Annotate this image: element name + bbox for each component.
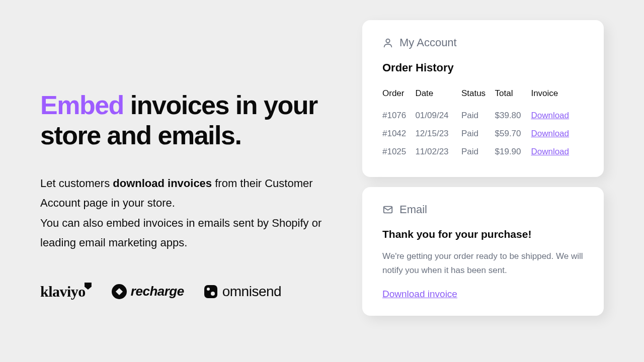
email-card: Email Thank you for your purchase! We're… bbox=[362, 187, 604, 316]
body-text: Let customers download invoices from the… bbox=[40, 173, 342, 253]
download-link[interactable]: Download bbox=[531, 147, 569, 156]
klaviyo-logo: klaviyo bbox=[40, 283, 92, 300]
cell-order: #1042 bbox=[382, 125, 415, 143]
order-history-title: Order History bbox=[382, 61, 584, 74]
account-title: My Account bbox=[399, 36, 457, 49]
cell-date: 01/09/24 bbox=[415, 107, 461, 125]
envelope-icon bbox=[382, 204, 393, 215]
col-status: Status bbox=[461, 88, 495, 107]
omnisend-logo: omnisend bbox=[204, 284, 281, 300]
email-title-label: Email bbox=[399, 203, 427, 216]
col-invoice: Invoice bbox=[531, 88, 584, 107]
recharge-logo: recharge bbox=[112, 284, 184, 299]
table-row: #1076 01/09/24 Paid $39.80 Download bbox=[382, 107, 584, 125]
col-order: Order bbox=[382, 88, 415, 107]
omnisend-square-icon bbox=[204, 285, 217, 298]
cell-order: #1076 bbox=[382, 107, 415, 125]
download-link[interactable]: Download bbox=[531, 129, 569, 138]
svg-point-0 bbox=[386, 39, 389, 43]
cell-status: Paid bbox=[461, 107, 495, 125]
cell-date: 12/15/23 bbox=[415, 125, 461, 143]
email-heading: Thank you for your purchase! bbox=[382, 228, 584, 240]
table-row: #1042 12/15/23 Paid $59.70 Download bbox=[382, 125, 584, 143]
table-header-row: Order Date Status Total Invoice bbox=[382, 88, 584, 107]
headline-accent: Embed bbox=[40, 90, 124, 120]
cell-total: $59.70 bbox=[495, 125, 531, 143]
account-card: My Account Order History Order Date Stat… bbox=[362, 20, 604, 177]
cell-total: $19.90 bbox=[495, 143, 531, 161]
col-total: Total bbox=[495, 88, 531, 107]
email-body: We're getting your order ready to be shi… bbox=[382, 249, 584, 278]
col-date: Date bbox=[415, 88, 461, 107]
headline: Embed invoices in your store and emails. bbox=[40, 90, 342, 151]
user-icon bbox=[382, 37, 393, 48]
table-row: #1025 11/02/23 Paid $19.90 Download bbox=[382, 143, 584, 161]
cell-order: #1025 bbox=[382, 143, 415, 161]
cell-date: 11/02/23 bbox=[415, 143, 461, 161]
integration-logos: klaviyo recharge omnisend bbox=[40, 283, 342, 300]
preview-cards: My Account Order History Order Date Stat… bbox=[362, 0, 644, 362]
cell-status: Paid bbox=[461, 125, 495, 143]
marketing-copy: Embed invoices in your store and emails.… bbox=[0, 0, 362, 362]
order-table: Order Date Status Total Invoice #1076 01… bbox=[382, 88, 584, 161]
cell-total: $39.80 bbox=[495, 107, 531, 125]
email-card-header: Email bbox=[382, 203, 584, 216]
download-invoice-link[interactable]: Download invoice bbox=[382, 289, 457, 299]
download-link[interactable]: Download bbox=[531, 111, 569, 120]
recharge-circle-icon bbox=[112, 284, 127, 299]
account-card-header: My Account bbox=[382, 36, 584, 49]
cell-status: Paid bbox=[461, 143, 495, 161]
